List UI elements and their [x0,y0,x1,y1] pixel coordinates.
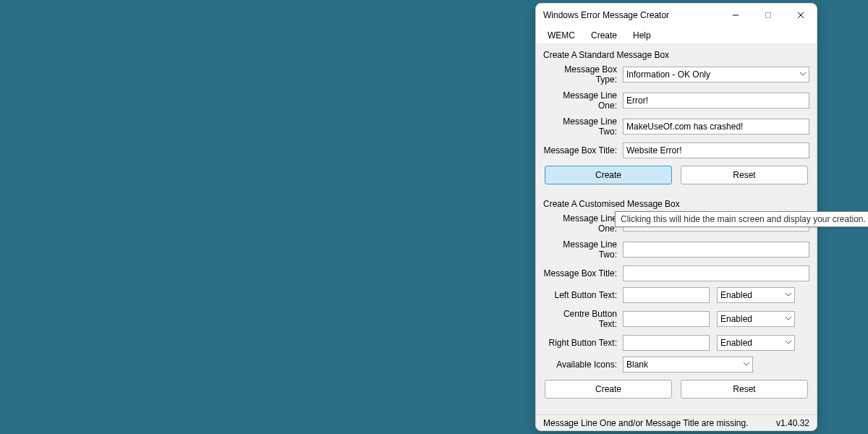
standard-group-title: Create A Standard Message Box [543,47,809,64]
standard-title-input[interactable] [623,142,809,158]
maximize-button[interactable] [752,4,784,27]
boxtitle-label: Message Box Title: [543,145,623,156]
menubar: WEMC Create Help [536,27,817,44]
custom-title-label: Message Box Title: [543,268,623,278]
available-icons-label: Available Icons: [543,359,623,370]
left-button-label: Left Button Text: [543,290,623,300]
available-icons-select[interactable]: Blank [623,357,753,373]
tooltip: Clicking this will hide the main screen … [615,211,868,227]
standard-create-button[interactable]: Create [545,166,672,184]
custom-group: Create A Customised Message Box Message … [543,196,809,404]
right-button-label: Right Button Text: [543,338,623,348]
version-label: v1.40.32 [776,418,809,428]
menu-wemc[interactable]: WEMC [540,29,582,42]
menu-create[interactable]: Create [584,29,624,42]
type-label: Message Box Type: [543,64,623,85]
window-title: Windows Error Message Creator [543,10,719,20]
message-box-type-select[interactable]: Information - OK Only [623,67,809,82]
menu-help[interactable]: Help [626,29,658,42]
standard-reset-button[interactable]: Reset [681,166,808,184]
line2-label: Message Line Two: [543,116,623,137]
standard-line1-input[interactable] [623,93,809,109]
custom-reset-button[interactable]: Reset [681,380,808,399]
left-button-text-input[interactable] [623,287,710,303]
custom-create-button[interactable]: Create [545,380,672,399]
line1-label: Message Line One: [543,90,623,111]
statusbar: Message Line One and/or Message Title ar… [536,414,817,430]
close-button[interactable] [784,4,817,27]
status-message: Message Line One and/or Message Title ar… [543,418,776,428]
svg-rect-1 [765,13,770,18]
content: Create A Standard Message Box Message Bo… [536,44,817,414]
custom-line1-label: Message Line One: [543,213,623,234]
custom-title-input[interactable] [623,265,809,281]
left-button-state-select[interactable]: Enabled [717,287,795,303]
standard-line2-input[interactable] [623,119,809,135]
right-button-text-input[interactable] [623,335,710,351]
custom-line2-label: Message Line Two: [543,239,623,260]
centre-button-label: Centre Button Text: [543,309,623,329]
standard-group: Create A Standard Message Box Message Bo… [543,47,809,190]
titlebar: Windows Error Message Creator [536,4,817,27]
right-button-state-select[interactable]: Enabled [717,335,795,351]
centre-button-text-input[interactable] [623,311,710,327]
centre-button-state-select[interactable]: Enabled [717,311,795,327]
window-controls [719,4,817,27]
custom-line2-input[interactable] [623,242,809,258]
minimize-button[interactable] [719,4,752,27]
